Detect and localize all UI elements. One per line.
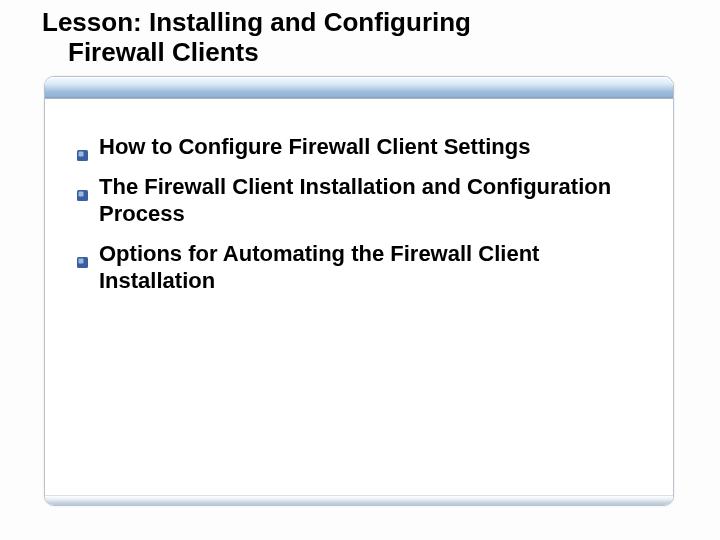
list-item-text: The Firewall Client Installation and Con…: [99, 174, 611, 227]
svg-rect-3: [79, 191, 84, 196]
slide-title-line2: Firewall Clients: [42, 38, 660, 68]
bullet-icon: [77, 140, 88, 151]
bullet-list: How to Configure Firewall Client Setting…: [45, 99, 673, 295]
list-item: How to Configure Firewall Client Setting…: [95, 133, 633, 161]
svg-rect-5: [79, 258, 84, 263]
list-item: Options for Automating the Firewall Clie…: [95, 240, 633, 295]
bullet-icon: [77, 247, 88, 258]
list-item-text: Options for Automating the Firewall Clie…: [99, 241, 539, 294]
list-item-text: How to Configure Firewall Client Setting…: [99, 134, 530, 159]
bullet-icon: [77, 180, 88, 191]
panel-footer-bar: [45, 495, 673, 505]
list-item: The Firewall Client Installation and Con…: [95, 173, 633, 228]
svg-rect-1: [79, 152, 84, 157]
content-panel: How to Configure Firewall Client Setting…: [44, 76, 674, 506]
panel-header-bar: [45, 77, 673, 99]
slide-title-line1: Lesson: Installing and Configuring: [42, 8, 660, 38]
slide-title: Lesson: Installing and Configuring Firew…: [42, 8, 660, 68]
